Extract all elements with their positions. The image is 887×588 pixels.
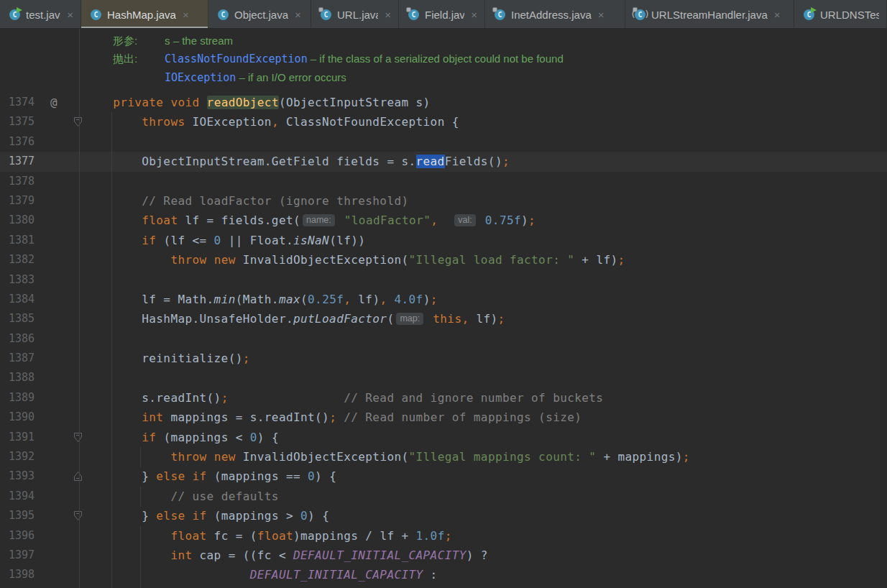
line-number[interactable]: 1391 xyxy=(0,428,35,447)
tab-urlstreamhandler-java[interactable]: C()URLStreamHandler.java× xyxy=(625,0,794,29)
line-number[interactable]: 1397 xyxy=(0,546,35,565)
code-line-1380[interactable]: 1380 float lf = fields.get(name: "loadFa… xyxy=(0,211,887,230)
line-number[interactable]: 1398 xyxy=(0,565,35,584)
code-line-1398[interactable]: 1398 DEFAULT_INITIAL_CAPACITY : xyxy=(0,565,887,584)
code-line-1386[interactable]: 1386 xyxy=(0,329,887,349)
code-line-1387[interactable]: 1387 reinitialize(); xyxy=(0,349,887,368)
parameter-hint-chip[interactable]: val: xyxy=(454,214,475,226)
code-editor[interactable]: 形参:s – the stream抛出:ClassNotFoundExcepti… xyxy=(0,29,887,588)
line-number[interactable]: 1385 xyxy=(0,309,35,329)
fold-down-icon[interactable] xyxy=(73,510,83,521)
code-line-text: int mappings = s.readInt(); // Read numb… xyxy=(84,408,582,427)
line-number[interactable]: 1383 xyxy=(0,270,35,290)
code-line-1397[interactable]: 1397 int cap = ((fc < DEFAULT_INITIAL_CA… xyxy=(0,546,887,565)
tab-test-java[interactable]: Ctest.java× xyxy=(0,0,81,29)
token-pl: (Math. xyxy=(236,293,279,306)
line-number[interactable]: 1381 xyxy=(0,231,35,250)
abstract-paren-icon: ( xyxy=(630,9,636,19)
token-pl xyxy=(426,312,433,326)
code-line-1392[interactable]: 1392 throw new InvalidObjectException("I… xyxy=(0,447,887,467)
code-line-1395[interactable]: 1395 } else if (mappings > 0) { xyxy=(0,506,887,525)
line-number[interactable]: 1375 xyxy=(0,112,35,132)
code-line-1378[interactable]: 1378 xyxy=(0,172,887,191)
tab-object-java[interactable]: CObject.java× xyxy=(208,0,311,29)
tab-url-java[interactable]: CURL.java× xyxy=(311,0,399,29)
line-number[interactable]: 1392 xyxy=(0,447,35,467)
tab-close-icon[interactable]: × xyxy=(295,9,301,21)
code-line-1384[interactable]: 1384 lf = Math.min(Math.max(0.25f, lf), … xyxy=(0,290,887,309)
code-line-1379[interactable]: 1379 // Read loadFactor (ignore threshol… xyxy=(0,191,887,211)
tab-close-icon[interactable]: × xyxy=(385,9,391,21)
code-line-1381[interactable]: 1381 if (lf <= 0 || Float.isNaN(lf)) xyxy=(0,231,887,250)
code-line-1382[interactable]: 1382 throw new InvalidObjectException("I… xyxy=(0,250,887,270)
token-kw: this xyxy=(433,312,461,326)
line-number[interactable]: 1380 xyxy=(0,211,35,230)
token-sc: ; xyxy=(445,529,452,543)
code-line-1383[interactable]: 1383 xyxy=(0,270,887,290)
token-kw: throw xyxy=(170,450,206,464)
tab-field-java[interactable]: CField.java× xyxy=(399,0,485,29)
line-number[interactable]: 1388 xyxy=(0,368,35,387)
line-number[interactable]: 1374 xyxy=(0,93,35,112)
code-line-1389[interactable]: 1389 s.readInt(); // Read and ignore num… xyxy=(0,388,887,408)
parameter-hint-chip[interactable]: name: xyxy=(303,214,335,226)
token-pl: ClassNotFoundException { xyxy=(279,115,459,129)
tab-close-icon[interactable]: × xyxy=(67,9,73,21)
code-line-1376[interactable]: 1376 xyxy=(0,132,887,152)
line-number[interactable]: 1379 xyxy=(0,191,35,211)
code-line-1377[interactable]: 1377 ObjectInputStream.GetField fields =… xyxy=(0,152,887,171)
token-cm: // Read and ignore number of buckets xyxy=(344,391,603,405)
line-number[interactable]: 1387 xyxy=(0,349,35,368)
tab-urldnstest-[interactable]: CURLDNSTest. xyxy=(794,0,887,29)
line-number[interactable]: 1386 xyxy=(0,329,35,349)
line-number[interactable]: 1382 xyxy=(0,250,35,270)
tab-close-icon[interactable]: × xyxy=(774,9,781,21)
line-number[interactable]: 1378 xyxy=(0,172,35,191)
line-number[interactable]: 1389 xyxy=(0,388,35,408)
tab-close-icon[interactable]: × xyxy=(598,9,605,21)
line-number[interactable]: 1390 xyxy=(0,408,35,427)
line-number[interactable]: 1395 xyxy=(0,506,35,525)
code-line-1391[interactable]: 1391 if (mappings < 0) { xyxy=(0,428,887,447)
parameter-hint-chip[interactable]: map: xyxy=(396,313,423,325)
token-pl xyxy=(84,490,170,503)
doc-exception-link[interactable]: IOException xyxy=(165,71,236,84)
line-number[interactable]: 1393 xyxy=(0,467,35,486)
runnable-overlay-icon xyxy=(17,7,22,13)
token-kw: if xyxy=(142,431,156,444)
code-line-1394[interactable]: 1394 // use defaults xyxy=(0,487,887,506)
fold-up-icon[interactable] xyxy=(73,471,83,482)
tab-hashmap-java[interactable]: CHashMap.java× xyxy=(81,0,208,29)
highlighted-identifier: readObject xyxy=(207,96,279,109)
code-line-1388[interactable]: 1388 xyxy=(0,368,887,387)
line-number[interactable]: 1384 xyxy=(0,290,35,309)
java-class-icon: C xyxy=(803,9,815,21)
token-pl xyxy=(229,391,344,405)
code-line-1375[interactable]: 1375 throws IOException, ClassNotFoundEx… xyxy=(0,112,887,132)
code-line-1396[interactable]: 1396 float fc = (float)mappings / lf + 1… xyxy=(0,526,887,546)
tab-close-icon[interactable]: × xyxy=(183,9,189,21)
code-line-text: lf = Math.min(Math.max(0.25f, lf), 4.0f)… xyxy=(84,290,438,309)
code-line-text: if (lf <= 0 || Float.isNaN(lf)) xyxy=(84,231,365,250)
doc-line-body: s – the stream xyxy=(165,32,233,50)
token-sc: , xyxy=(431,213,438,227)
line-number[interactable]: 1394 xyxy=(0,487,35,506)
fold-down-icon[interactable] xyxy=(73,116,83,127)
line-number[interactable]: 1377 xyxy=(0,152,35,171)
token-pl: ( xyxy=(300,293,308,306)
fold-down-icon[interactable] xyxy=(73,432,83,443)
code-line-1385[interactable]: 1385 HashMap.UnsafeHolder.putLoadFactor(… xyxy=(0,309,887,329)
code-line-1393[interactable]: 1393 } else if (mappings == 0) { xyxy=(0,467,887,486)
doc-exception-link[interactable]: ClassNotFoundException xyxy=(165,52,308,65)
token-pl xyxy=(207,450,214,464)
token-cn: DEFAULT_INITIAL_CAPACITY xyxy=(250,568,423,582)
tab-inetaddress-java[interactable]: CInetAddress.java× xyxy=(485,0,625,29)
line-number[interactable]: 1396 xyxy=(0,526,35,546)
code-line-text: private void readObject(ObjectInputStrea… xyxy=(84,93,431,112)
token-pl: (mappings < xyxy=(156,431,249,444)
code-line-1390[interactable]: 1390 int mappings = s.readInt(); // Read… xyxy=(0,408,887,427)
annotation-gutter-icon[interactable]: @ xyxy=(50,93,58,112)
line-number[interactable]: 1376 xyxy=(0,132,35,152)
tab-close-icon[interactable]: × xyxy=(471,9,477,21)
code-line-1374[interactable]: 1374@ private void readObject(ObjectInpu… xyxy=(0,93,887,112)
